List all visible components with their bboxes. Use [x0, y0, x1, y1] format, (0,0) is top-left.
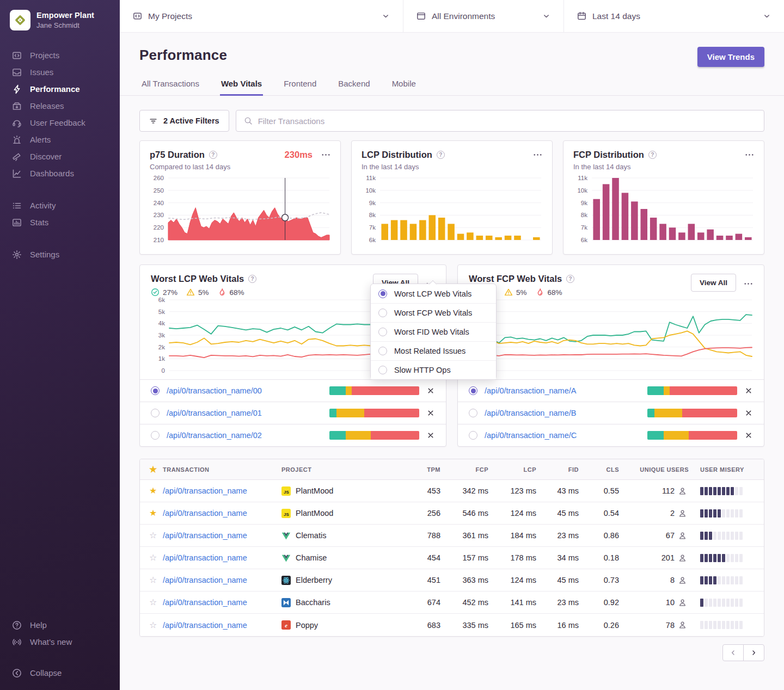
sidebar-item-issues[interactable]: Issues	[0, 64, 120, 81]
fcp-value: 335 ms	[444, 621, 492, 630]
next-page-button[interactable]	[743, 644, 764, 661]
transaction-link[interactable]: /api/0/transaction_name	[163, 486, 247, 495]
sidebar-item-activity[interactable]: Activity	[0, 197, 120, 214]
y-axis-label: 0	[151, 367, 165, 374]
close-icon[interactable]	[744, 431, 753, 440]
close-icon[interactable]	[744, 386, 753, 395]
user-misery-bar	[722, 509, 725, 518]
star-outline-icon[interactable]: ☆	[140, 621, 163, 630]
transaction-radio[interactable]	[469, 431, 477, 440]
sidebar-item-projects[interactable]: Projects	[0, 47, 120, 64]
transaction-radio[interactable]	[469, 386, 477, 395]
transaction-link[interactable]: /api/0/transaction_name/B	[485, 409, 576, 417]
sidebar-item-user-feedback[interactable]: User Feedback	[0, 114, 120, 131]
filter-transactions-input[interactable]	[258, 116, 756, 126]
sidebar-item-stats[interactable]: Stats	[0, 214, 120, 231]
previous-page-button[interactable]	[722, 644, 744, 661]
column-header-fid[interactable]: FID	[540, 466, 582, 473]
sidebar-item-settings[interactable]: Settings	[0, 246, 120, 263]
star-outline-icon[interactable]: ☆	[140, 576, 163, 584]
transaction-link[interactable]: /api/0/transaction_name	[163, 553, 247, 562]
menu-item-worst-fcp-web-vitals[interactable]: Worst FCP Web Vitals	[371, 303, 496, 322]
menu-item-slow-http-ops[interactable]: Slow HTTP Ops	[371, 360, 496, 379]
transaction-link[interactable]: /api/0/transaction_name	[163, 531, 247, 540]
sidebar-item-label: Dashboards	[30, 169, 74, 178]
p75-duration-chart: 260250240230220210	[150, 178, 330, 244]
transaction-radio[interactable]	[469, 409, 477, 417]
user-misery-bar	[705, 532, 708, 540]
org-switcher[interactable]: Empower Plant Jane Schmidt	[0, 9, 120, 32]
transaction-link[interactable]: /api/0/transaction_name	[163, 509, 247, 518]
menu-item-most-related-issues[interactable]: Most Related Issues	[371, 341, 496, 360]
transaction-link[interactable]: /api/0/transaction_name	[163, 598, 247, 607]
sidebar-item-help[interactable]: Help	[0, 617, 120, 633]
user-misery-bar	[739, 509, 743, 518]
sidebar-item-performance[interactable]: Performance	[0, 81, 120, 97]
poor-segment	[371, 431, 419, 440]
close-icon[interactable]	[426, 431, 435, 440]
column-header-user-misery[interactable]: USER MISERY	[692, 466, 764, 473]
transaction-link[interactable]: /api/0/transaction_name	[163, 576, 247, 584]
more-options-icon[interactable]	[744, 279, 753, 288]
tab-all-transactions[interactable]: All Transactions	[140, 79, 200, 95]
project-filter-dropdown[interactable]: My Projects	[120, 0, 403, 32]
star-outline-icon[interactable]: ☆	[140, 553, 163, 562]
card-title: p75 Duration	[150, 150, 205, 160]
transaction-radio[interactable]	[151, 409, 160, 417]
star-filled-icon[interactable]: ★	[140, 509, 163, 518]
star-outline-icon[interactable]: ☆	[140, 531, 163, 540]
environment-filter-dropdown[interactable]: All Environments	[403, 0, 564, 32]
sidebar-item-discover[interactable]: Discover	[0, 148, 120, 165]
active-filters-button[interactable]: 2 Active Filters	[139, 110, 229, 132]
help-icon: ?	[648, 151, 657, 159]
vitals-stacked-bar	[647, 409, 737, 417]
transaction-link[interactable]: /api/0/transaction_name/A	[485, 386, 576, 395]
view-all-button[interactable]: View All	[691, 274, 736, 292]
close-icon[interactable]	[426, 409, 435, 417]
tab-backend[interactable]: Backend	[337, 79, 371, 95]
fcp-value: 157 ms	[444, 553, 492, 562]
unique-users-value: 2	[670, 509, 675, 518]
more-options-icon[interactable]	[745, 150, 754, 159]
transaction-link[interactable]: /api/0/transaction_name/01	[167, 409, 262, 417]
tpm-value: 451	[408, 576, 444, 584]
sidebar-item-alerts[interactable]: Alerts	[0, 131, 120, 148]
y-axis-label: 6k	[362, 237, 376, 243]
tab-mobile[interactable]: Mobile	[391, 79, 417, 95]
person-icon	[678, 554, 687, 562]
column-header-project[interactable]: PROJECT	[281, 466, 408, 473]
user-misery-bar	[700, 509, 703, 518]
menu-item-label: Worst LCP Web Vitals	[394, 289, 471, 298]
sidebar-item-releases[interactable]: Releases	[0, 97, 120, 114]
star-filled-icon[interactable]: ★	[140, 486, 163, 495]
transaction-radio[interactable]	[151, 386, 160, 395]
column-header-cls[interactable]: CLS	[582, 466, 622, 473]
column-header-transaction[interactable]: TRANSACTION	[163, 466, 281, 473]
project-name: PlantMood	[296, 486, 333, 495]
user-misery-bar	[705, 509, 708, 518]
transaction-link[interactable]: /api/0/transaction_name/00	[167, 386, 262, 395]
star-outline-icon[interactable]: ☆	[140, 598, 163, 607]
column-header-fcp[interactable]: FCP	[444, 466, 492, 473]
column-header-unique-users[interactable]: UNIQUE USERS	[622, 466, 692, 473]
tab-web-vitals[interactable]: Web Vitals	[220, 79, 263, 96]
unique-users-value: 10	[666, 598, 675, 607]
more-options-icon[interactable]	[321, 150, 330, 159]
transaction-link[interactable]: /api/0/transaction_name/02	[167, 431, 262, 440]
transaction-link[interactable]: /api/0/transaction_name/C	[485, 431, 577, 440]
transaction-radio[interactable]	[151, 431, 160, 440]
menu-item-worst-fid-web-vitals[interactable]: Worst FID Web Vitals	[371, 322, 496, 341]
date-range-dropdown[interactable]: Last 14 days	[564, 0, 784, 32]
sidebar-item-what-s-new[interactable]: What’s new	[0, 633, 120, 650]
sidebar-item-dashboards[interactable]: Dashboards	[0, 165, 120, 182]
close-icon[interactable]	[744, 409, 753, 417]
user-misery-bar	[705, 487, 708, 495]
view-trends-button[interactable]: View Trends	[697, 47, 764, 67]
transaction-link[interactable]: /api/0/transaction_name	[163, 621, 247, 630]
column-header-tpm[interactable]: TPM	[408, 466, 444, 473]
column-header-lcp[interactable]: LCP	[492, 466, 540, 473]
close-icon[interactable]	[426, 386, 435, 395]
sidebar-collapse-button[interactable]: Collapse	[0, 664, 120, 681]
tab-frontend[interactable]: Frontend	[283, 79, 317, 95]
more-options-icon[interactable]	[533, 150, 542, 159]
